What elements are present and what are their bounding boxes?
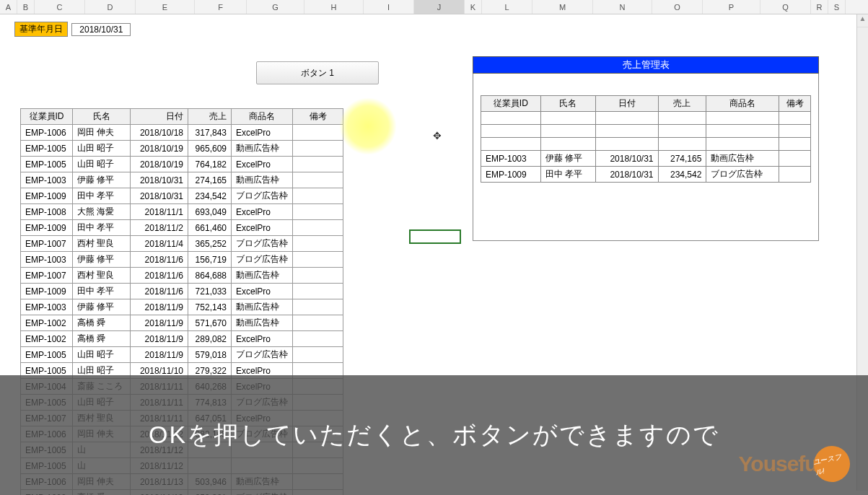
cell[interactable]: 2018/10/31 bbox=[595, 151, 658, 167]
cell[interactable] bbox=[595, 138, 658, 151]
cell[interactable]: 864,688 bbox=[188, 268, 232, 284]
summary-th-5[interactable]: 備考 bbox=[779, 96, 811, 112]
cell[interactable]: 2018/10/19 bbox=[131, 141, 188, 157]
cell[interactable]: 2018/10/18 bbox=[131, 125, 188, 141]
cell[interactable]: 動画広告枠 bbox=[232, 299, 293, 315]
cell[interactable]: 田中 孝平 bbox=[73, 188, 131, 204]
main-th-3[interactable]: 売上 bbox=[188, 109, 232, 125]
cell[interactable]: 2018/11/6 bbox=[131, 284, 188, 299]
cell[interactable]: 274,165 bbox=[188, 172, 232, 188]
cell[interactable] bbox=[779, 151, 811, 167]
summary-th-2[interactable]: 日付 bbox=[595, 96, 658, 112]
table-row[interactable]: EMP-1009田中 孝平2018/10/31234,542ブログ広告枠 bbox=[481, 167, 811, 183]
cell[interactable]: 高橋 舜 bbox=[73, 331, 131, 347]
cell[interactable]: 伊藤 修平 bbox=[73, 252, 131, 268]
cell[interactable] bbox=[540, 125, 595, 138]
cell[interactable]: ExcelPro bbox=[232, 331, 293, 347]
macro-button-1[interactable]: ボタン 1 bbox=[256, 61, 379, 84]
table-row[interactable] bbox=[481, 112, 811, 125]
table-row[interactable]: EMP-1003伊藤 修平2018/11/6156,719ブログ広告枠 bbox=[21, 252, 343, 268]
cell[interactable]: ブログ広告枠 bbox=[232, 252, 293, 268]
cell[interactable] bbox=[293, 125, 343, 141]
main-th-2[interactable]: 日付 bbox=[131, 109, 188, 125]
cell[interactable]: 高橋 舜 bbox=[73, 315, 131, 331]
table-row[interactable]: EMP-1005山田 昭子2018/11/9579,018ブログ広告枠 bbox=[21, 347, 343, 363]
cell[interactable] bbox=[595, 112, 658, 125]
col-header-E[interactable]: E bbox=[136, 0, 195, 14]
cell[interactable]: EMP-1003 bbox=[21, 172, 73, 188]
cell[interactable]: 動画広告枠 bbox=[232, 141, 293, 157]
table-row[interactable]: EMP-1009田中 孝平2018/10/31234,542ブログ広告枠 bbox=[21, 188, 343, 204]
cell[interactable]: EMP-1008 bbox=[21, 204, 73, 220]
cell[interactable] bbox=[293, 236, 343, 252]
cell[interactable]: 2018/10/31 bbox=[595, 167, 658, 183]
selected-cell[interactable] bbox=[409, 229, 461, 244]
cell[interactable] bbox=[293, 299, 343, 315]
table-row[interactable]: EMP-1003伊藤 修平2018/10/31274,165動画広告枠 bbox=[21, 172, 343, 188]
table-row[interactable] bbox=[481, 138, 811, 151]
summary-table[interactable]: 従業員ID氏名日付売上商品名備考EMP-1003伊藤 修平2018/10/312… bbox=[481, 95, 811, 183]
cell[interactable] bbox=[293, 157, 343, 172]
cell[interactable]: 西村 聖良 bbox=[73, 236, 131, 252]
cell[interactable] bbox=[293, 284, 343, 299]
table-row[interactable]: EMP-1009田中 孝平2018/11/2661,460ExcelPro bbox=[21, 220, 343, 236]
cell[interactable]: 2018/11/1 bbox=[131, 204, 188, 220]
cell[interactable]: 山田 昭子 bbox=[73, 347, 131, 363]
cell[interactable] bbox=[706, 112, 779, 125]
table-row[interactable]: EMP-1003伊藤 修平2018/11/9752,143動画広告枠 bbox=[21, 299, 343, 315]
cell[interactable]: 317,843 bbox=[188, 125, 232, 141]
cell[interactable]: 山田 昭子 bbox=[73, 157, 131, 172]
col-header-K[interactable]: K bbox=[465, 0, 482, 14]
cell[interactable]: 661,460 bbox=[188, 220, 232, 236]
table-row[interactable]: EMP-1003伊藤 修平2018/10/31274,165動画広告枠 bbox=[481, 151, 811, 167]
cell[interactable]: 2018/11/9 bbox=[131, 315, 188, 331]
cell[interactable]: EMP-1002 bbox=[21, 315, 73, 331]
cell[interactable]: 234,542 bbox=[658, 167, 706, 183]
cell[interactable] bbox=[293, 331, 343, 347]
cell[interactable]: 721,033 bbox=[188, 284, 232, 299]
cell[interactable] bbox=[293, 268, 343, 284]
cell[interactable]: 2018/10/31 bbox=[131, 172, 188, 188]
cell[interactable] bbox=[293, 188, 343, 204]
col-header-A[interactable]: A bbox=[0, 0, 17, 14]
cell[interactable]: ブログ広告枠 bbox=[232, 236, 293, 252]
cell[interactable]: 764,182 bbox=[188, 157, 232, 172]
table-row[interactable]: EMP-1005山田 昭子2018/10/19764,182ExcelPro bbox=[21, 157, 343, 172]
cell[interactable]: ExcelPro bbox=[232, 284, 293, 299]
cell[interactable]: EMP-1005 bbox=[21, 347, 73, 363]
col-header-L[interactable]: L bbox=[482, 0, 532, 14]
main-th-4[interactable]: 商品名 bbox=[232, 109, 293, 125]
cell[interactable]: 2018/11/9 bbox=[131, 299, 188, 315]
cell[interactable]: 山田 昭子 bbox=[73, 141, 131, 157]
cell[interactable]: ExcelPro bbox=[232, 157, 293, 172]
cell[interactable]: ExcelPro bbox=[232, 204, 293, 220]
cell[interactable]: ExcelPro bbox=[232, 220, 293, 236]
cell[interactable]: EMP-1003 bbox=[481, 151, 541, 167]
table-row[interactable] bbox=[481, 125, 811, 138]
summary-th-3[interactable]: 売上 bbox=[658, 96, 706, 112]
cell[interactable]: ブログ広告枠 bbox=[706, 167, 779, 183]
cell[interactable] bbox=[658, 125, 706, 138]
cell[interactable] bbox=[540, 138, 595, 151]
cell[interactable] bbox=[293, 204, 343, 220]
cell[interactable]: 動画広告枠 bbox=[232, 268, 293, 284]
cell[interactable] bbox=[293, 220, 343, 236]
cell[interactable]: EMP-1009 bbox=[21, 188, 73, 204]
cell[interactable] bbox=[658, 112, 706, 125]
reference-date-value[interactable]: 2018/10/31 bbox=[71, 23, 131, 36]
cell[interactable] bbox=[779, 112, 811, 125]
cell[interactable] bbox=[481, 125, 541, 138]
cell[interactable]: 2018/11/4 bbox=[131, 236, 188, 252]
col-header-M[interactable]: M bbox=[532, 0, 593, 14]
col-header-G[interactable]: G bbox=[247, 0, 304, 14]
cell[interactable]: 動画広告枠 bbox=[706, 151, 779, 167]
table-row[interactable]: EMP-1002高橋 舜2018/11/9289,082ExcelPro bbox=[21, 331, 343, 347]
cell[interactable]: EMP-1009 bbox=[481, 167, 541, 183]
cell[interactable]: EMP-1005 bbox=[21, 141, 73, 157]
cell[interactable]: 西村 聖良 bbox=[73, 268, 131, 284]
cell[interactable] bbox=[293, 252, 343, 268]
cell[interactable]: 伊藤 修平 bbox=[540, 151, 595, 167]
main-th-0[interactable]: 従業員ID bbox=[21, 109, 73, 125]
cell[interactable]: EMP-1002 bbox=[21, 331, 73, 347]
cell[interactable]: 2018/10/31 bbox=[131, 188, 188, 204]
